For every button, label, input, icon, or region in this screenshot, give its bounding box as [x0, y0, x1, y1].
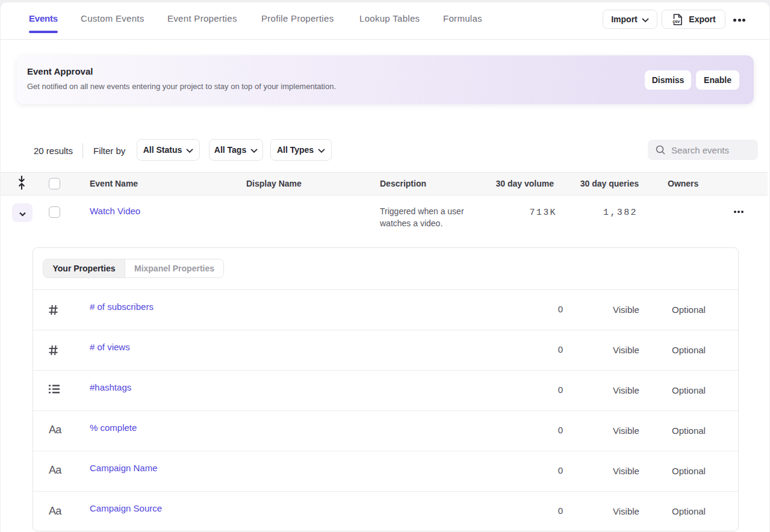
- svg-text:csv: csv: [673, 18, 681, 23]
